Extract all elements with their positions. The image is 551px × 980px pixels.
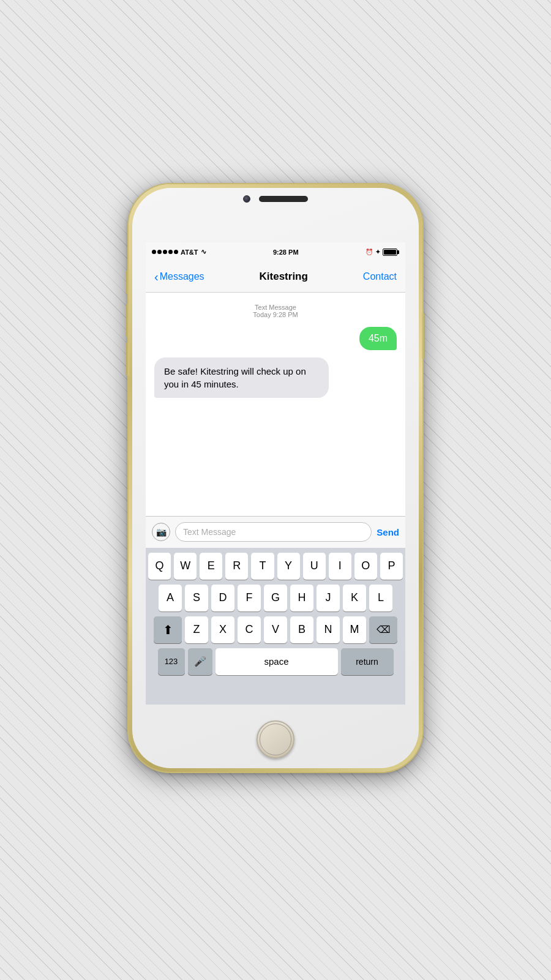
key-o[interactable]: O	[354, 553, 377, 580]
camera-icon: 📷	[156, 527, 167, 537]
key-q[interactable]: Q	[148, 553, 171, 580]
received-bubble: Be safe! Kitestring will check up on you…	[154, 357, 329, 398]
messages-area: Text Message Today 9:28 PM 45m Be safe! …	[146, 293, 405, 516]
key-y[interactable]: Y	[277, 553, 300, 580]
key-w[interactable]: W	[174, 553, 197, 580]
keyboard-row-3: ⬆ Z X C V B N M ⌫	[148, 616, 403, 643]
space-key[interactable]: space	[216, 648, 338, 675]
key-k[interactable]: K	[343, 585, 366, 612]
home-button-area	[257, 720, 294, 758]
key-t[interactable]: T	[251, 553, 274, 580]
key-n[interactable]: N	[317, 616, 340, 643]
key-u[interactable]: U	[303, 553, 326, 580]
key-g[interactable]: G	[264, 585, 287, 612]
return-key[interactable]: return	[341, 648, 394, 675]
timestamp-label: Text Message	[154, 304, 397, 311]
battery-body	[383, 249, 397, 256]
send-button[interactable]: Send	[377, 527, 399, 537]
conversation-title: Kitestring	[260, 271, 308, 283]
key-e[interactable]: E	[200, 553, 222, 580]
phone-top-area	[243, 195, 308, 203]
speaker	[259, 196, 308, 202]
sent-message-row: 45m	[154, 327, 397, 350]
signal-dot-4	[168, 250, 173, 254]
received-message-row: Be safe! Kitestring will check up on you…	[154, 357, 397, 398]
signal-dot-1	[152, 250, 156, 254]
delete-icon: ⌫	[377, 624, 391, 635]
shift-key[interactable]: ⬆	[154, 616, 182, 643]
key-p[interactable]: P	[380, 553, 403, 580]
keyboard-row-2: A S D F G H J K L	[148, 585, 403, 612]
mic-icon: 🎤	[194, 656, 206, 667]
status-time: 9:28 PM	[273, 249, 299, 256]
message-text-input[interactable]: Text Message	[175, 522, 372, 542]
bluetooth-icon: ✦	[375, 249, 380, 255]
home-button[interactable]	[257, 720, 294, 758]
key-f[interactable]: F	[238, 585, 261, 612]
signal-dot-5	[174, 250, 178, 254]
key-c[interactable]: C	[238, 616, 261, 643]
signal-dot-3	[163, 250, 167, 254]
mute-button[interactable]	[126, 270, 129, 294]
navigation-bar: ‹ Messages Kitestring Contact	[146, 262, 405, 293]
alarm-icon: ⏰	[365, 249, 373, 255]
timestamp-time: Today 9:28 PM	[154, 311, 397, 318]
message-timestamp: Text Message Today 9:28 PM	[154, 304, 397, 318]
keyboard-row-4: 123 🎤 space return	[148, 648, 403, 675]
signal-dot-2	[157, 250, 162, 254]
key-z[interactable]: Z	[185, 616, 208, 643]
volume-up-button[interactable]	[126, 304, 129, 337]
key-r[interactable]: R	[225, 553, 248, 580]
key-a[interactable]: A	[159, 585, 182, 612]
keyboard: Q W E R T Y U I O P A S D F G H J K	[146, 548, 405, 705]
volume-down-button[interactable]	[126, 342, 129, 376]
power-button[interactable]	[422, 313, 425, 359]
contact-button[interactable]: Contact	[363, 271, 397, 282]
camera	[243, 195, 250, 203]
key-j[interactable]: J	[317, 585, 340, 612]
status-left: AT&T ∿	[152, 248, 206, 256]
battery-fill	[384, 250, 396, 255]
key-s[interactable]: S	[185, 585, 208, 612]
key-d[interactable]: D	[211, 585, 234, 612]
key-l[interactable]: L	[369, 585, 392, 612]
signal-bars	[152, 250, 178, 254]
carrier-label: AT&T	[181, 249, 198, 256]
camera-button[interactable]: 📷	[152, 523, 170, 541]
keyboard-row-1: Q W E R T Y U I O P	[148, 553, 403, 580]
key-x[interactable]: X	[211, 616, 234, 643]
mic-key[interactable]: 🎤	[188, 648, 212, 675]
key-m[interactable]: M	[343, 616, 366, 643]
wifi-icon: ∿	[201, 248, 206, 256]
delete-key[interactable]: ⌫	[369, 616, 397, 643]
input-placeholder: Text Message	[183, 527, 236, 537]
home-button-inner	[260, 724, 291, 755]
key-h[interactable]: H	[290, 585, 313, 612]
key-v[interactable]: V	[264, 616, 287, 643]
back-label: Messages	[160, 271, 204, 282]
status-bar: AT&T ∿ 9:28 PM ⏰ ✦	[146, 242, 405, 262]
shift-icon: ⬆	[163, 624, 173, 636]
sent-bubble: 45m	[359, 327, 397, 350]
message-input-area: 📷 Text Message Send	[146, 516, 405, 548]
back-button[interactable]: ‹ Messages	[154, 271, 204, 283]
status-right: ⏰ ✦	[365, 249, 399, 256]
phone-screen: AT&T ∿ 9:28 PM ⏰ ✦ ‹ Messages Kit	[146, 242, 405, 705]
key-i[interactable]: I	[329, 553, 351, 580]
numbers-key[interactable]: 123	[158, 648, 185, 675]
back-arrow-icon: ‹	[154, 271, 159, 283]
key-b[interactable]: B	[290, 616, 313, 643]
phone-device: AT&T ∿ 9:28 PM ⏰ ✦ ‹ Messages Kit	[129, 184, 422, 772]
battery-indicator	[383, 249, 399, 256]
battery-tip	[397, 250, 399, 254]
